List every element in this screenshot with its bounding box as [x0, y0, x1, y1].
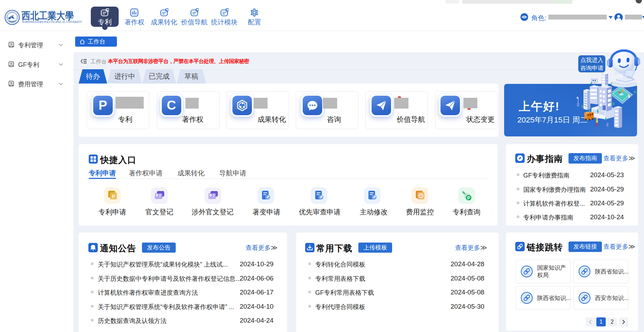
svg-text:P: P: [467, 196, 470, 200]
svg-text:P: P: [112, 194, 115, 199]
